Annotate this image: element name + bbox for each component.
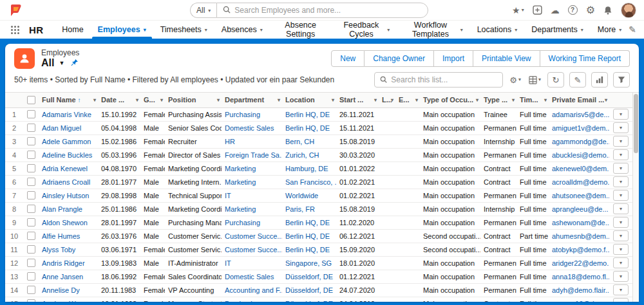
tab-employees[interactable]: Employees▾ (91, 21, 153, 39)
link-email[interactable]: adyh@demo.flair... (552, 286, 609, 294)
link-full_name[interactable]: Adeline Buckles (42, 151, 92, 159)
tab-feedback-cycles[interactable]: Feedback Cycles▾ (332, 21, 397, 39)
search-scope-dropdown[interactable]: All ▾ (190, 3, 216, 18)
row-actions-button[interactable]: ▾ (613, 190, 629, 201)
select-all-checkbox[interactable] (27, 96, 35, 104)
app-launcher-waffle-icon[interactable] (8, 21, 23, 39)
link-email[interactable]: ashewonam@de... (552, 219, 609, 226)
link-email[interactable]: abucklesi@demo... (552, 151, 609, 159)
tab-departments[interactable]: Departments▾ (524, 21, 591, 39)
link-location[interactable]: Zurich, CH (285, 151, 319, 159)
row-actions-button[interactable]: ▾ (613, 136, 629, 147)
tab-timesheets[interactable]: Timesheets▾ (153, 21, 214, 39)
printable-view-button[interactable]: Printable View (473, 50, 540, 67)
refresh-button[interactable]: ↻ (547, 72, 564, 88)
link-location[interactable]: Bern, CH (285, 138, 314, 145)
link-department[interactable]: IT (225, 192, 231, 199)
row-actions-button[interactable]: ▾ (613, 284, 629, 295)
link-department[interactable]: Customer Succe... (225, 246, 282, 254)
link-department[interactable]: Marketing (225, 205, 256, 213)
link-department[interactable]: Domestic Sales (225, 273, 274, 281)
row-checkbox[interactable] (27, 272, 35, 281)
global-search-input[interactable] (234, 6, 422, 15)
link-full_name[interactable]: Aldon Shewon (42, 219, 88, 226)
user-avatar[interactable] (621, 3, 636, 18)
list-search-input[interactable] (391, 75, 497, 84)
row-checkbox[interactable] (27, 205, 35, 213)
column-header-type-of-occu[interactable]: Type of Occu...▾ (420, 93, 480, 107)
link-department[interactable]: Foreign Trade Sa... (225, 151, 282, 159)
tab-absences[interactable]: Absences▾ (214, 21, 270, 39)
tab-absence-settings[interactable]: Absence Settings (270, 21, 332, 39)
filter-button[interactable] (613, 72, 630, 88)
link-department[interactable]: IT (225, 259, 231, 267)
link-department[interactable]: Purchasing (225, 111, 260, 118)
row-actions-button[interactable]: ▾ (613, 230, 629, 241)
row-checkbox[interactable] (27, 232, 35, 240)
tab-locations[interactable]: Locations▾ (470, 21, 525, 39)
row-checkbox[interactable] (27, 286, 35, 294)
link-full_name[interactable]: Alyss Toby (42, 246, 75, 254)
link-department[interactable]: Accounting and F... (225, 286, 282, 294)
row-actions-button[interactable]: ▾ (613, 109, 629, 120)
link-email[interactable]: ahumesnb@dem... (552, 232, 609, 240)
column-header-private-email[interactable]: Private Email ...▾ (549, 93, 609, 107)
row-checkbox[interactable] (27, 191, 35, 199)
help-button[interactable]: ? (568, 5, 578, 15)
column-header-start[interactable]: Start ...▾ (336, 93, 379, 107)
link-full_name[interactable]: Adriaens Croall (42, 178, 90, 186)
column-header-position[interactable]: Position▾ (165, 93, 222, 107)
link-location[interactable]: Düsseldorf, DE (285, 286, 333, 294)
link-full_name[interactable]: Alan Prangle (42, 205, 82, 213)
link-location[interactable]: Düsseldorf, DE (285, 300, 333, 302)
link-email[interactable]: atobykp@demo.f... (552, 246, 609, 254)
link-location[interactable]: Hamburg, DE (285, 165, 328, 172)
link-location[interactable]: Paris, FR (285, 205, 315, 213)
link-full_name[interactable]: Anne Jansen (42, 273, 83, 281)
tab-home[interactable]: Home (55, 21, 90, 39)
link-location[interactable]: Singapore, SG (285, 259, 332, 267)
link-location[interactable]: Düsseldorf, DE (285, 273, 333, 281)
link-full_name[interactable]: Adan Miguel (42, 124, 81, 132)
row-checkbox[interactable] (27, 164, 35, 172)
row-actions-button[interactable]: ▾ (613, 163, 629, 174)
link-full_name[interactable]: Andris Ridger (42, 259, 85, 267)
link-full_name[interactable]: Ainsley Hutson (42, 192, 89, 199)
row-checkbox[interactable] (27, 218, 35, 226)
column-header-location[interactable]: Location▾ (282, 93, 336, 107)
tab-more[interactable]: More▾ (591, 21, 629, 39)
row-checkbox[interactable] (27, 245, 35, 254)
link-full_name[interactable]: Annelise Dy (42, 286, 80, 294)
row-checkbox[interactable] (27, 110, 35, 118)
link-email[interactable]: akenewel0@dem... (552, 165, 609, 172)
column-header-date[interactable]: Date ...▾ (98, 93, 140, 107)
row-checkbox[interactable] (27, 299, 35, 302)
link-location[interactable]: Berlin HQ, DE (285, 219, 330, 226)
link-full_name[interactable]: Adamaris Vinke (42, 111, 91, 118)
tab-workflow-templates[interactable]: Workflow Templates▾ (397, 21, 469, 39)
global-actions-button[interactable] (533, 5, 542, 15)
link-email[interactable]: agammondg@de... (552, 138, 609, 145)
link-full_name[interactable]: Adele Gammon (42, 138, 91, 145)
setup-gear-button[interactable]: ⚙ (586, 5, 595, 15)
row-actions-button[interactable]: ▾ (613, 244, 629, 255)
link-department[interactable]: Purchasing (225, 219, 260, 226)
view-selector-caret-icon[interactable]: ▼ (59, 60, 64, 66)
column-header-department[interactable]: Department▾ (222, 93, 282, 107)
favorites-star-button[interactable]: ★ ▾ (512, 6, 524, 15)
pin-list-view-button[interactable] (70, 59, 79, 67)
link-full_name[interactable]: Alfie Humes (42, 232, 80, 240)
import-button[interactable]: Import (434, 50, 473, 67)
link-full_name[interactable]: Annissa Wager (42, 300, 90, 302)
link-location[interactable]: Berlin HQ, DE (285, 246, 330, 254)
link-location[interactable]: Worldwide (285, 192, 318, 199)
row-actions-button[interactable]: ▾ (613, 203, 629, 214)
row-actions-button[interactable]: ▾ (613, 149, 629, 160)
row-checkbox[interactable] (27, 151, 35, 159)
link-email[interactable]: amiguet1v@dem... (552, 124, 609, 132)
row-actions-button[interactable]: ▾ (613, 217, 629, 228)
column-header-tim[interactable]: Tim...▾ (516, 93, 549, 107)
row-actions-button[interactable]: ▾ (613, 271, 629, 282)
row-actions-button[interactable]: ▾ (613, 257, 629, 268)
display-as-button[interactable]: ▾ (527, 72, 542, 88)
